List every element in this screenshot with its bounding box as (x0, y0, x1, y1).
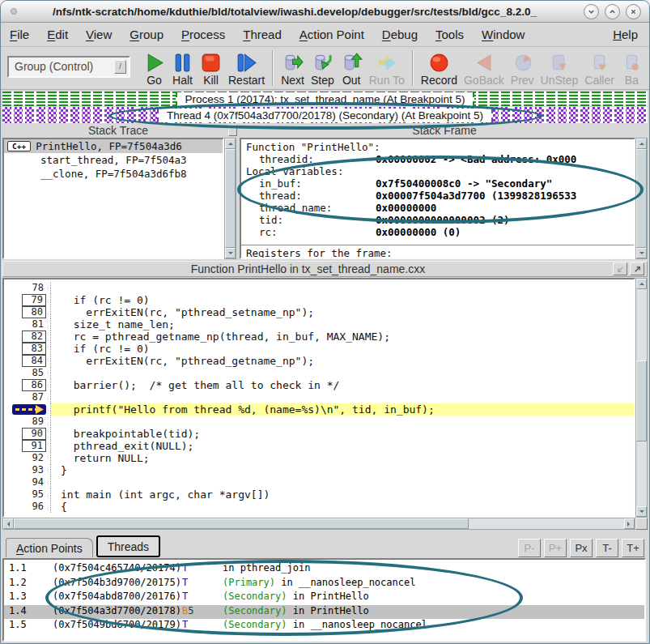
undive-button[interactable] (613, 262, 627, 275)
frame-variable-row-4[interactable]: thread:0x00007f504a3d7700 (1399828196533 (241, 190, 634, 202)
scroll-up-icon[interactable] (636, 139, 647, 149)
line-number-gutter[interactable]: 86 (4, 379, 51, 391)
scroll-thumb[interactable] (225, 149, 236, 248)
scroll-down-icon[interactable] (636, 506, 647, 517)
menu-edit[interactable]: Edit (38, 24, 77, 45)
stack-trace-scrollbar[interactable] (224, 138, 236, 259)
line-number-gutter[interactable]: 93 (4, 464, 51, 476)
pc-arrow-icon[interactable] (12, 404, 46, 415)
source-line-79[interactable]: 79 if (rc != 0) (4, 294, 634, 306)
source-line-88[interactable]: printf("Hello from thread %d, (name=%s)\… (4, 403, 634, 416)
toolbar-button-record[interactable]: Record (418, 51, 461, 87)
source-line-89[interactable]: 89 (4, 416, 634, 428)
menu-group[interactable]: Group (121, 24, 172, 45)
thread-row-1.2[interactable]: 1.2(0x7f504b3d9700/20175)T(Primary) in _… (4, 577, 644, 591)
scroll-left-icon[interactable] (3, 518, 14, 529)
breakpointable-line-number[interactable]: 86 (22, 379, 46, 391)
toolbar-button-next[interactable]: Next (278, 51, 308, 87)
scroll-up-icon[interactable] (225, 139, 236, 149)
toolbar-button-halt[interactable]: Halt (168, 51, 197, 87)
stack-frame-row-0[interactable]: C++PrintHello, FP=7f504a3d6 (4, 139, 223, 153)
frame-variable-row-2[interactable]: Local variables: (241, 165, 634, 177)
source-line-83[interactable]: 83 if (rc != 0) (4, 343, 634, 355)
breakpointable-line-number[interactable]: 90 (22, 428, 46, 440)
line-number-gutter[interactable]: 81 (4, 318, 51, 331)
dive-button[interactable] (630, 262, 644, 275)
scope-selector[interactable]: Group (Control) / (7, 56, 130, 78)
thread-row-1.3[interactable]: 1.3(0x7f504abd8700/20176)T(Secondary) in… (4, 591, 644, 605)
line-number-gutter[interactable]: 94 (4, 476, 51, 488)
scroll-up-icon[interactable] (636, 279, 647, 289)
source-line-80[interactable]: 80 errExitEN(rc, "pthread_setname_np"); (4, 306, 634, 318)
frame-variable-row-5[interactable]: thread_name:0x00000000 (241, 202, 634, 214)
line-number-gutter[interactable]: 95 (4, 488, 51, 501)
source-vertical-scrollbar[interactable] (635, 278, 648, 518)
stack-frame-scrollbar[interactable] (635, 138, 648, 259)
toolbar-button-step[interactable]: Step (308, 51, 338, 87)
toolbar-button-out[interactable]: Out (338, 51, 366, 87)
thread-row-1.1[interactable]: 1.1(0x7f504c465740/20174)Tin pthread_joi… (4, 562, 644, 577)
menu-process[interactable]: Process (172, 24, 234, 45)
line-number-gutter[interactable]: 79 (4, 294, 51, 306)
frame-variable-row-7[interactable]: rc:0x00000000 (0) (241, 226, 634, 238)
line-number-gutter[interactable]: 96 (4, 501, 51, 513)
line-number-gutter[interactable]: 78 (4, 282, 51, 294)
maximize-button[interactable] (605, 4, 620, 19)
source-line-94[interactable]: 94 (4, 476, 634, 488)
stack-frame-row-1[interactable]: start_thread, FP=7f504a3 (4, 153, 223, 167)
line-number-gutter[interactable]: 87 (4, 391, 51, 403)
pane-splitter-handle[interactable] (228, 125, 237, 136)
close-button[interactable] (626, 4, 641, 19)
scroll-down-icon[interactable] (225, 248, 236, 258)
minimize-button[interactable] (584, 4, 599, 19)
breakpointable-line-number[interactable]: 82 (22, 331, 46, 343)
breakpointable-line-number[interactable]: 79 (22, 294, 46, 306)
resize-corner-handle[interactable] (635, 518, 648, 530)
line-number-gutter[interactable]: 91 (4, 440, 51, 452)
source-line-85[interactable]: 85 (4, 367, 634, 379)
menu-help[interactable]: Help (601, 24, 649, 45)
button-t[interactable]: T+ (622, 539, 644, 557)
toolbar-button-restart[interactable]: Restart (225, 51, 268, 87)
menu-file[interactable]: File (1, 24, 38, 45)
line-number-gutter[interactable] (4, 403, 51, 416)
toolbar-button-go[interactable]: Go (140, 51, 168, 87)
toolbar-button-kill[interactable]: Kill (197, 51, 225, 87)
source-line-87[interactable]: 87 (4, 391, 634, 403)
breakpointable-line-number[interactable]: 84 (22, 355, 46, 367)
frame-variable-row-0[interactable]: Function "PrintHello": (241, 141, 634, 153)
scroll-thumb[interactable] (636, 149, 647, 248)
scroll-down-icon[interactable] (636, 248, 647, 258)
source-line-91[interactable]: 91 pthread_exit(NULL); (4, 440, 634, 452)
menu-debug[interactable]: Debug (373, 24, 427, 45)
line-number-gutter[interactable]: 85 (4, 367, 51, 379)
frame-variable-row-6[interactable]: tid:0x0000000000000002 (2) (241, 214, 634, 226)
menu-thread[interactable]: Thread (234, 24, 291, 45)
menu-tools[interactable]: Tools (427, 24, 473, 45)
thread-row-1.5[interactable]: 1.5(0x7f5049bd6700/20179)T(Secondary) in… (4, 619, 644, 633)
source-line-84[interactable]: 84 errExitEN(rc, "pthread_getname_np"); (4, 355, 634, 367)
scroll-thumb[interactable] (14, 518, 469, 529)
source-line-93[interactable]: 93} (4, 464, 634, 476)
source-line-82[interactable]: 82 rc = pthread_getname_np(thread, in_bu… (4, 331, 634, 343)
line-number-gutter[interactable]: 90 (4, 428, 51, 440)
source-horizontal-scrollbar[interactable] (2, 518, 635, 530)
tab-threads[interactable]: Threads (96, 535, 160, 557)
breakpointable-line-number[interactable]: 83 (22, 343, 46, 355)
line-number-gutter[interactable]: 92 (4, 452, 51, 464)
source-line-81[interactable]: 81 size_t name_len; (4, 318, 634, 331)
menu-view[interactable]: View (77, 24, 121, 45)
line-number-gutter[interactable]: 80 (4, 306, 51, 318)
source-line-90[interactable]: 90 breakpointable(tid); (4, 428, 634, 440)
frame-variable-row-9[interactable]: Registers for the frame: (241, 247, 634, 259)
breakpointable-line-number[interactable]: 80 (22, 306, 46, 318)
button-px[interactable]: Px (570, 539, 593, 557)
stack-frame-row-2[interactable]: __clone, FP=7f504a3d6fb8 (4, 167, 223, 181)
line-number-gutter[interactable]: 83 (4, 343, 51, 355)
line-number-gutter[interactable]: 89 (4, 416, 51, 428)
frame-variable-row-3[interactable]: in_buf:0x7f50400008c0 -> "Secondary" (241, 177, 634, 190)
source-line-78[interactable]: 78 (4, 282, 634, 294)
line-number-gutter[interactable]: 82 (4, 331, 51, 343)
tab-action-points[interactable]: Action Points (6, 538, 93, 557)
scroll-right-icon[interactable] (624, 518, 635, 529)
